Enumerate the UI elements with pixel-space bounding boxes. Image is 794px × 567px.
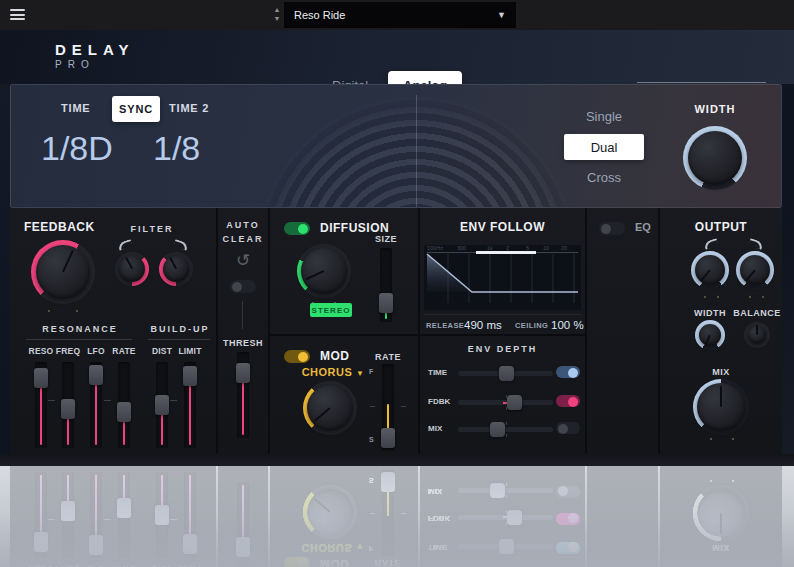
env-fdbk-slider[interactable] <box>458 400 553 405</box>
resonance-title: RESONANCE <box>26 324 134 334</box>
svg-text:100Hz: 100Hz <box>427 245 443 251</box>
mod-toggle[interactable] <box>284 350 310 363</box>
tab-time2[interactable]: TIME 2 <box>169 102 209 114</box>
output-mix-label: MIX <box>696 367 746 377</box>
diffusion-toggle[interactable] <box>284 222 310 235</box>
auto-clear-section: AUTO CLEAR ↺ THRESH <box>218 208 268 454</box>
freq-slider-handle[interactable] <box>61 399 75 419</box>
thresh-slider-handle[interactable] <box>236 363 250 383</box>
lfo-slider[interactable]: LFO <box>82 346 110 448</box>
logo-line2: PRO <box>55 59 134 70</box>
lfo-slider-handle[interactable] <box>89 365 103 385</box>
env-mix-toggle[interactable] <box>556 422 580 434</box>
eq-toggle[interactable] <box>599 222 625 235</box>
routing-dual[interactable]: Dual <box>564 134 644 160</box>
buildup-title: BUILD-UP <box>148 324 212 334</box>
env-section: ENV FOLLOW <box>420 208 585 454</box>
preset-name: Reso Ride <box>294 9 345 21</box>
rate-slider[interactable]: RATE <box>110 346 138 448</box>
filter-lowpass-knob[interactable] <box>115 252 149 286</box>
env-fdbk-toggle[interactable] <box>556 395 580 407</box>
limit-slider-handle[interactable] <box>183 366 197 386</box>
output-width-knob[interactable] <box>695 320 725 350</box>
limit-slider[interactable]: LIMIT <box>176 346 204 448</box>
output-balance-knob[interactable] <box>744 322 770 348</box>
preset-selector[interactable]: Reso Ride ▼ <box>284 2 516 28</box>
feedback-section: FEEDBACK FILTER RESONANCE BUILD-UP RESO … <box>10 208 216 454</box>
output-bracket-icon <box>748 238 764 250</box>
freq-slider[interactable]: FREQ <box>54 346 82 448</box>
auto-clear-title-line1: AUTO <box>218 220 268 230</box>
mod-type-value: CHORUS <box>302 366 353 378</box>
feedback-title: FEEDBACK <box>24 220 95 234</box>
control-panel: FEEDBACK FILTER RESONANCE BUILD-UP RESO … <box>10 208 782 454</box>
hamburger-menu-icon[interactable] <box>10 9 25 20</box>
sync-value-left[interactable]: 1/8D <box>41 129 113 168</box>
size-slider[interactable] <box>372 242 400 322</box>
filter-highpass-knob[interactable] <box>159 252 193 286</box>
dist-slider-handle[interactable] <box>155 395 169 415</box>
routing-cross[interactable]: Cross <box>569 170 639 185</box>
mod-rate-slider[interactable] <box>374 358 402 450</box>
size-slider-handle[interactable] <box>379 293 393 313</box>
diffusion-knob[interactable] <box>297 244 351 298</box>
eq-section: EQ <box>587 208 658 454</box>
routing-single[interactable]: Single <box>569 109 639 124</box>
output-width-label: WIDTH <box>685 308 735 318</box>
tab-time[interactable]: TIME <box>61 102 90 114</box>
filter-title: FILTER <box>120 224 184 234</box>
filter-lp-bracket-icon <box>117 239 133 251</box>
env-depth-mix-row: MIX <box>428 422 580 438</box>
ceiling-value[interactable]: 100 % <box>551 319 584 331</box>
env-depth-time-row: TIME <box>428 366 580 382</box>
plugin-window: ▲▼ Reso Ride ▼ DELAY PRO Digital Analog … <box>0 0 794 567</box>
mod-depth-knob[interactable] <box>303 381 357 435</box>
reflection-fade-overlay <box>0 466 794 567</box>
filter-hp-bracket-icon <box>173 239 189 251</box>
env-mix-slider[interactable] <box>458 427 553 432</box>
sync-value-right[interactable]: 1/8 <box>153 129 200 168</box>
output-section: OUTPUT WIDTH BALANCE MIX <box>660 208 782 454</box>
clear-rotate-icon[interactable]: ↺ <box>218 250 268 271</box>
env-mix-slider-handle[interactable] <box>490 422 505 437</box>
env-time-slider-handle[interactable] <box>499 366 514 381</box>
top-bar: ▲▼ Reso Ride ▼ <box>0 0 794 30</box>
auto-clear-toggle[interactable] <box>230 280 256 293</box>
logo: DELAY PRO <box>55 41 134 70</box>
env-fdbk-slider-handle[interactable] <box>507 395 522 410</box>
release-value[interactable]: 490 ms <box>464 319 502 331</box>
output-bracket-icon <box>703 238 719 250</box>
diffusion-stereo-badge[interactable]: STEREO <box>310 303 352 317</box>
output-mix-knob[interactable] <box>693 379 749 435</box>
reso-slider-handle[interactable] <box>34 368 48 388</box>
output-gain-right-knob[interactable] <box>736 251 774 289</box>
svg-text:10: 10 <box>543 245 549 251</box>
rate-slider-handle[interactable] <box>117 402 131 422</box>
env-time-toggle[interactable] <box>556 366 580 378</box>
mod-type-selector[interactable]: CHORUS ▼ <box>288 366 378 378</box>
svg-text:300: 300 <box>457 245 466 251</box>
rate-fast-label: F <box>369 368 373 375</box>
preset-stepper[interactable]: ▲▼ <box>272 5 282 25</box>
env-follow-graph[interactable]: 100Hz 300 1k 2 5 10 20 <box>424 245 581 310</box>
dist-slider[interactable]: DIST <box>148 346 176 448</box>
reso-slider[interactable]: RESO <box>27 346 55 448</box>
svg-text:2: 2 <box>506 245 509 251</box>
logo-line1: DELAY <box>55 41 134 58</box>
output-gain-left-knob[interactable] <box>691 251 729 289</box>
feedback-knob[interactable] <box>31 240 95 304</box>
output-title: OUTPUT <box>660 220 782 234</box>
env-time-slider[interactable] <box>458 371 553 376</box>
header: DELAY PRO Digital Analog <box>0 30 794 84</box>
tab-sync[interactable]: SYNC <box>112 96 160 122</box>
mod-rate-slider-handle[interactable] <box>381 428 395 448</box>
svg-text:20: 20 <box>561 245 567 251</box>
thresh-slider[interactable] <box>229 346 257 438</box>
diffusion-mod-section: DIFFUSION STEREO SIZE MOD CHORUS ▼ RATE … <box>270 208 418 454</box>
stereo-width-knob[interactable] <box>683 126 747 190</box>
reflection-surface: FEEDBACK FILTER RESONANCE BUILD-UP RESO … <box>0 466 794 567</box>
auto-clear-title-line2: CLEAR <box>218 234 268 244</box>
diffusion-title: DIFFUSION <box>320 221 389 235</box>
chevron-down-icon: ▼ <box>497 10 506 20</box>
release-label: RELEASE <box>426 321 464 330</box>
